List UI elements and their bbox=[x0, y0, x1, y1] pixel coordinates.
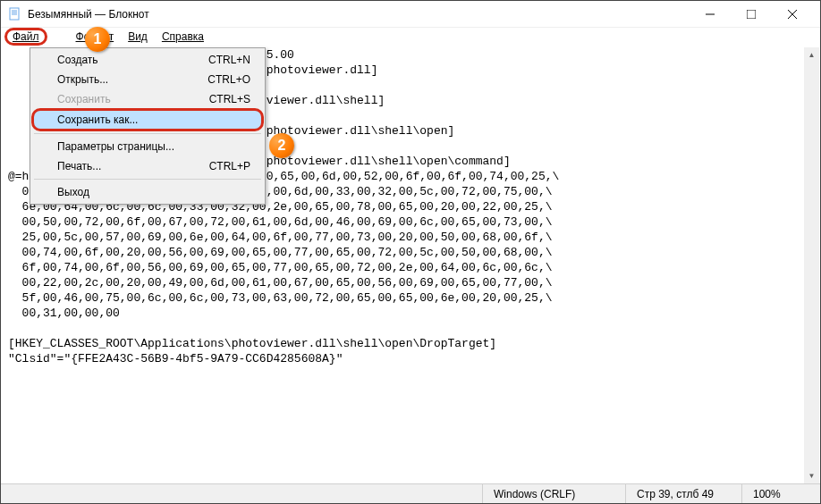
status-cursor-position: Стр 39, стлб 49 bbox=[625, 484, 741, 503]
menu-help[interactable]: Справка bbox=[155, 29, 211, 44]
scroll-down-arrow-icon[interactable]: ▼ bbox=[804, 468, 819, 483]
scrollbar-vertical[interactable]: ▲ ▼ bbox=[804, 47, 819, 483]
menu-separator bbox=[34, 179, 261, 180]
menu-item-label: Выход bbox=[57, 186, 89, 198]
menu-item-label: Создать bbox=[57, 54, 98, 66]
menu-item-exit[interactable]: Выход bbox=[32, 182, 263, 202]
status-encoding: Windows (CRLF) bbox=[482, 484, 625, 503]
status-zoom: 100% bbox=[741, 484, 820, 503]
annotation-callout-1: 1 bbox=[85, 27, 110, 52]
menu-item-shortcut: CTRL+N bbox=[208, 54, 250, 66]
minimize-button[interactable] bbox=[690, 1, 731, 28]
menu-separator bbox=[34, 133, 261, 134]
menu-item-print[interactable]: Печать... CTRL+P bbox=[32, 156, 263, 176]
notepad-icon bbox=[8, 7, 22, 21]
menu-file[interactable]: Файл bbox=[4, 28, 47, 46]
titlebar: Безымянный — Блокнот bbox=[1, 1, 820, 28]
menu-item-shortcut: CTRL+S bbox=[209, 93, 250, 105]
menu-item-save-as[interactable]: Сохранить как... bbox=[31, 108, 264, 131]
maximize-button[interactable] bbox=[731, 1, 772, 28]
menu-item-label: Сохранить bbox=[57, 93, 111, 105]
file-menu-dropdown: Создать CTRL+N Открыть... CTRL+O Сохрани… bbox=[30, 47, 266, 205]
status-spacer bbox=[1, 484, 482, 503]
svg-rect-5 bbox=[747, 10, 756, 19]
menu-item-shortcut: CTRL+P bbox=[209, 160, 250, 172]
window-title: Безымянный — Блокнот bbox=[28, 8, 149, 21]
menu-view[interactable]: Вид bbox=[121, 29, 155, 44]
statusbar: Windows (CRLF) Стр 39, стлб 49 100% bbox=[1, 483, 820, 503]
menu-item-label: Сохранить как... bbox=[57, 113, 138, 126]
scroll-up-arrow-icon[interactable]: ▲ bbox=[804, 47, 819, 63]
menu-item-label: Открыть... bbox=[57, 73, 108, 86]
menubar: Файл Формат Вид Справка bbox=[1, 28, 820, 46]
close-button[interactable] bbox=[772, 1, 813, 28]
menu-item-page-setup[interactable]: Параметры страницы... bbox=[32, 137, 263, 156]
menu-item-save[interactable]: Сохранить CTRL+S bbox=[32, 89, 263, 109]
menu-item-label: Печать... bbox=[57, 160, 101, 172]
menu-item-shortcut: CTRL+O bbox=[207, 73, 250, 86]
menu-item-open[interactable]: Открыть... CTRL+O bbox=[32, 70, 263, 89]
annotation-callout-2: 2 bbox=[269, 133, 294, 158]
menu-item-label: Параметры страницы... bbox=[57, 140, 174, 153]
menu-item-new[interactable]: Создать CTRL+N bbox=[32, 50, 263, 70]
